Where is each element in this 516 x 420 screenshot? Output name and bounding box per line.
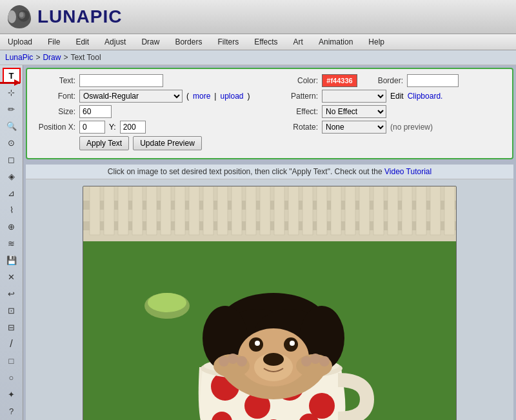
nav-borders[interactable]: Borders bbox=[172, 36, 204, 48]
pattern-row: Pattern: Stripe Dots Edit Clipboard. bbox=[276, 90, 506, 103]
apply-row: Apply Text Update Preview bbox=[34, 136, 263, 150]
video-tutorial-link[interactable]: Video Tutorial bbox=[384, 167, 432, 176]
text-label: Text: bbox=[34, 76, 75, 85]
breadcrumb-sep2: > bbox=[63, 53, 68, 62]
panel-grid: Text: Font: Oswald-Regular Arial Times N… bbox=[34, 74, 506, 153]
sidebar-tool-eyedropper[interactable]: ⊿ bbox=[3, 185, 21, 201]
font-more-close: ) bbox=[248, 92, 250, 101]
sidebar-tool-rect[interactable]: □ bbox=[3, 353, 21, 368]
arrow-head bbox=[14, 79, 21, 86]
text-row: Text: bbox=[34, 74, 263, 87]
update-preview-button[interactable]: Update Preview bbox=[133, 136, 202, 150]
color-value-display: #f44336 bbox=[326, 77, 352, 85]
breadcrumb-lunapic[interactable]: LunaPic bbox=[5, 53, 33, 62]
nav-filters[interactable]: Filters bbox=[215, 36, 241, 48]
sidebar-tool-line[interactable]: / bbox=[3, 336, 21, 352]
svg-rect-34 bbox=[444, 186, 455, 235]
font-more-link[interactable]: more bbox=[193, 92, 210, 101]
instruction-text: Click on image to set desired text posit… bbox=[108, 167, 382, 176]
breadcrumb-current: Text Tool bbox=[70, 53, 101, 62]
apply-text-button[interactable]: Apply Text bbox=[79, 136, 129, 150]
header: LUNAPIC bbox=[0, 0, 516, 34]
sidebar-tool-undo[interactable]: ↩ bbox=[3, 286, 21, 301]
color-picker[interactable]: #f44336 bbox=[322, 74, 357, 87]
size-input[interactable] bbox=[79, 105, 112, 118]
color-row: Color: #f44336 Border: bbox=[276, 74, 506, 87]
content-area: Text: Font: Oswald-Regular Arial Times N… bbox=[23, 65, 516, 420]
svg-point-64 bbox=[301, 356, 312, 366]
svg-rect-30 bbox=[388, 186, 398, 235]
nav-effects[interactable]: Effects bbox=[252, 36, 280, 48]
pattern-select[interactable]: Stripe Dots bbox=[322, 90, 386, 103]
rotate-select[interactable]: None 90° 180° 270° bbox=[322, 121, 386, 134]
color-label: Color: bbox=[276, 76, 318, 85]
font-label: Font: bbox=[34, 92, 75, 101]
sidebar-tool-crop[interactable]: ⊹ bbox=[3, 85, 21, 100]
nav-draw[interactable]: Draw bbox=[139, 36, 162, 48]
sidebar-tool-fill[interactable]: ◈ bbox=[3, 168, 21, 184]
svg-point-36 bbox=[148, 293, 186, 312]
font-select[interactable]: Oswald-Regular Arial Times New Roman bbox=[79, 90, 183, 103]
svg-rect-25 bbox=[317, 186, 327, 235]
main-container: T ⊹ ✏ 🔍 ⊙ ◻ ◈ ⊿ ⌇ ⊕ ≋ 💾 ✕ ↩ ⊡ ⊟ / □ ○ ✦ … bbox=[0, 65, 516, 420]
instruction-bar: Click on image to set desired text posit… bbox=[26, 165, 513, 179]
sidebar-tool-star[interactable]: ✦ bbox=[3, 386, 21, 402]
sidebar-tool-pencil[interactable]: ✏ bbox=[3, 101, 21, 117]
sidebar-tool-save[interactable]: 💾 bbox=[3, 252, 21, 268]
sidebar-tool-clone[interactable]: ⊕ bbox=[3, 219, 21, 234]
font-sep: | bbox=[214, 92, 216, 101]
svg-rect-31 bbox=[402, 186, 412, 235]
svg-rect-13 bbox=[146, 186, 157, 235]
clipboard-link[interactable]: Clipboard. bbox=[408, 92, 443, 101]
svg-point-58 bbox=[290, 341, 295, 346]
sidebar-tool-history[interactable]: ⊡ bbox=[3, 303, 21, 318]
border-label: Border: bbox=[361, 76, 403, 85]
svg-rect-33 bbox=[430, 186, 441, 235]
rotate-row: Rotate: None 90° 180° 270° (no preview) bbox=[276, 121, 506, 134]
nav-animation[interactable]: Animation bbox=[316, 36, 355, 48]
nav-help[interactable]: Help bbox=[366, 36, 387, 48]
position-row: Position X: Y: bbox=[34, 121, 263, 134]
border-input[interactable] bbox=[407, 74, 459, 87]
logo-icon bbox=[8, 5, 31, 28]
puppy-image[interactable] bbox=[83, 186, 457, 420]
text-tool-panel: Text: Font: Oswald-Regular Arial Times N… bbox=[26, 68, 513, 159]
svg-point-66 bbox=[319, 356, 330, 366]
font-upload-link[interactable]: upload bbox=[220, 92, 243, 101]
panel-left: Text: Font: Oswald-Regular Arial Times N… bbox=[34, 74, 263, 153]
sidebar: T ⊹ ✏ 🔍 ⊙ ◻ ◈ ⊿ ⌇ ⊕ ≋ 💾 ✕ ↩ ⊡ ⊟ / □ ○ ✦ … bbox=[0, 65, 23, 420]
svg-rect-29 bbox=[373, 186, 384, 235]
sidebar-tool-zoom[interactable]: 🔍 bbox=[3, 118, 21, 134]
sidebar-tool-brush[interactable]: ⌇ bbox=[3, 202, 21, 217]
rotate-label: Rotate: bbox=[276, 123, 318, 132]
position-label: Position X: bbox=[34, 123, 75, 132]
effect-label: Effect: bbox=[276, 107, 318, 116]
position-x-input[interactable] bbox=[79, 121, 105, 134]
sidebar-tool-print[interactable]: ⊟ bbox=[3, 319, 21, 335]
svg-point-2 bbox=[19, 12, 23, 17]
position-y-input[interactable] bbox=[120, 121, 146, 134]
nav-file[interactable]: File bbox=[45, 36, 63, 48]
sidebar-tool-circle[interactable]: ○ bbox=[3, 370, 21, 385]
arrow-line bbox=[0, 82, 20, 84]
svg-rect-24 bbox=[303, 186, 313, 235]
sidebar-tool-paint[interactable]: ⊙ bbox=[3, 135, 21, 150]
nav-art[interactable]: Art bbox=[291, 36, 306, 48]
effect-select[interactable]: No Effect Shadow Outline Glow bbox=[322, 105, 386, 118]
image-container[interactable] bbox=[26, 179, 513, 420]
breadcrumb-draw[interactable]: Draw bbox=[43, 53, 61, 62]
sidebar-tool-eraser[interactable]: ◻ bbox=[3, 152, 21, 167]
pattern-label: Pattern: bbox=[276, 92, 318, 101]
nav-edit[interactable]: Edit bbox=[73, 36, 92, 48]
sidebar-tool-smudge[interactable]: ≋ bbox=[3, 235, 21, 251]
sidebar-tool-help[interactable]: ? bbox=[3, 403, 21, 419]
sidebar-tool-close[interactable]: ✕ bbox=[3, 269, 21, 285]
svg-rect-19 bbox=[232, 186, 242, 235]
nav-upload[interactable]: Upload bbox=[5, 36, 35, 48]
svg-point-63 bbox=[237, 356, 247, 366]
svg-point-54 bbox=[263, 353, 284, 366]
nav-adjust[interactable]: Adjust bbox=[102, 36, 128, 48]
svg-rect-22 bbox=[274, 186, 284, 235]
svg-rect-15 bbox=[175, 186, 185, 235]
text-input[interactable] bbox=[79, 74, 163, 87]
